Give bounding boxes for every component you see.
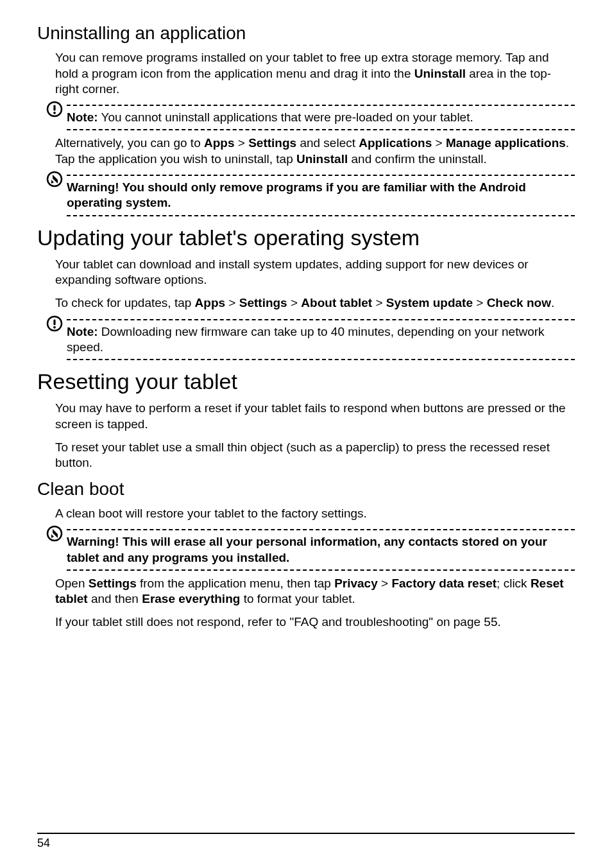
text-segment: and then	[88, 592, 142, 605]
warning-body: Warning! You should only remove programs…	[67, 180, 526, 209]
dashed-rule	[67, 569, 575, 571]
text-bold: Settings	[248, 136, 296, 150]
text-bold: Manage applications	[446, 136, 566, 150]
text-bold: Uninstall	[414, 67, 466, 80]
svg-rect-1	[53, 105, 55, 111]
svg-point-2	[53, 112, 56, 114]
text-segment: from the application menu, then tap	[137, 577, 334, 590]
text-segment: >	[287, 296, 302, 309]
note-text: Note: Downloading new firmware can take …	[37, 324, 575, 356]
page-footer: 54	[37, 833, 575, 850]
resetting-para2: To reset your tablet use a small thin ob…	[37, 440, 575, 471]
text-bold: Check now	[487, 296, 551, 309]
warning-text: Warning! You should only remove programs…	[37, 180, 575, 211]
text-segment: Open	[55, 577, 89, 590]
note-label: Note:	[67, 110, 98, 124]
warning-text: Warning! This will erase all your person…	[37, 534, 575, 566]
text-bold: About tablet	[301, 296, 372, 309]
dashed-rule	[67, 319, 575, 320]
text-bold: Apps	[204, 136, 235, 150]
dashed-rule	[67, 175, 575, 176]
svg-point-6	[53, 326, 56, 329]
text-segment: >	[473, 296, 487, 309]
text-bold: Settings	[89, 577, 137, 590]
uninstall-para1: You can remove programs installed on you…	[37, 50, 575, 97]
note-body: You cannot uninstall applications that w…	[98, 110, 473, 124]
heading-updating: Updating your tablet's operating system	[37, 225, 575, 250]
dashed-rule	[67, 105, 575, 106]
warning-block: Warning! You should only remove programs…	[37, 175, 575, 216]
note-text: Note: You cannot uninstall applications …	[37, 110, 575, 125]
text-bold: Settings	[239, 296, 287, 309]
text-segment: to format your tablet.	[240, 592, 355, 605]
warning-block: Warning! This will erase all your person…	[37, 529, 575, 571]
note-block: Note: You cannot uninstall applications …	[37, 105, 575, 130]
text-bold: System update	[386, 296, 473, 309]
note-body: Downloading new firmware can take up to …	[67, 325, 545, 354]
warning-icon	[46, 525, 63, 542]
info-icon	[46, 315, 63, 332]
note-block: Note: Downloading new firmware can take …	[37, 319, 575, 361]
cleanboot-para3: If your tablet still does not respond, r…	[37, 614, 575, 630]
heading-resetting: Resetting your tablet	[37, 369, 575, 394]
text-segment: and select	[296, 136, 359, 150]
note-label: Note:	[67, 325, 98, 338]
info-icon	[46, 101, 63, 117]
text-segment: and confirm the uninstall.	[348, 152, 487, 166]
heading-uninstalling: Uninstalling an application	[37, 23, 575, 44]
uninstall-para2: Alternatively, you can go to Apps > Sett…	[37, 135, 575, 167]
text-bold: Apps	[195, 296, 226, 309]
cleanboot-para1: A clean boot will restore your tablet to…	[37, 506, 575, 521]
text-bold: Erase everything	[142, 592, 240, 605]
text-segment: >	[378, 577, 392, 590]
dashed-rule	[67, 215, 575, 216]
text-bold: Applications	[359, 136, 432, 150]
text-segment: ; click	[497, 577, 531, 590]
text-segment: >	[225, 296, 239, 309]
cleanboot-para2: Open Settings from the application menu,…	[37, 576, 575, 607]
page-number: 54	[37, 837, 50, 849]
dashed-rule	[67, 129, 575, 130]
svg-rect-5	[53, 319, 55, 325]
updating-para2: To check for updates, tap Apps > Setting…	[37, 295, 575, 311]
heading-cleanboot: Clean boot	[37, 479, 575, 499]
dashed-rule	[67, 529, 575, 530]
text-segment: Alternatively, you can go to	[55, 136, 204, 150]
updating-para1: Your tablet can download and install sys…	[37, 257, 575, 288]
text-bold: Factory data reset	[391, 577, 497, 590]
text-segment: To check for updates, tap	[55, 296, 195, 309]
text-segment: >	[432, 136, 446, 150]
warning-body: Warning! This will erase all your person…	[67, 535, 547, 564]
text-segment: >	[372, 296, 386, 309]
text-bold: Privacy	[334, 577, 378, 590]
warning-icon	[46, 171, 63, 187]
text-segment: >	[235, 136, 249, 150]
resetting-para1: You may have to perform a reset if your …	[37, 401, 575, 432]
text-segment: .	[551, 296, 554, 309]
dashed-rule	[67, 359, 575, 360]
text-bold: Uninstall	[296, 152, 348, 166]
